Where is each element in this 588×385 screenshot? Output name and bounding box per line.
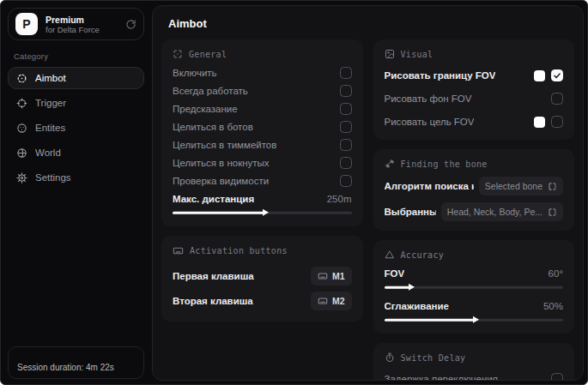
session-duration-card: Session duration: 4m 22s (8, 346, 144, 379)
sidebar-item-settings[interactable]: Settings (8, 166, 144, 189)
plan-title: Premium (45, 15, 118, 25)
fov-slider-label: FOV (385, 268, 405, 280)
switch-delay-checkbox[interactable] (551, 373, 563, 381)
card-header-label: Finding the bone (401, 159, 488, 169)
refresh-icon[interactable] (125, 19, 136, 30)
page-title: Aimbot (153, 6, 583, 39)
always-work-checkbox[interactable] (340, 85, 352, 97)
session-duration-text: Session duration: 4m 22s (17, 363, 114, 372)
app-logo: P (15, 13, 38, 35)
keybind-value: M1 (332, 270, 345, 282)
right-column: Visual Рисовать границу FOV (373, 39, 575, 381)
fov-background-checkbox[interactable] (551, 93, 563, 105)
visual-card: Visual Рисовать границу FOV (373, 39, 575, 140)
fov-background-label: Рисовать фон FOV (385, 93, 472, 105)
slider-thumb[interactable] (409, 284, 415, 291)
left-column: General Включить Всегда работать Предска… (161, 39, 363, 381)
fov-target-label: Рисовать цель FOV (385, 116, 475, 128)
card-header-label: Accuracy (401, 250, 445, 260)
keybind-value: M2 (332, 295, 345, 307)
second-key-label: Вторая клавиша (173, 295, 253, 307)
card-header-label: General (189, 50, 227, 59)
sidebar-item-label: Entites (35, 123, 65, 133)
slider-thumb[interactable] (263, 209, 269, 216)
triangle-icon (385, 250, 395, 260)
stopwatch-icon (385, 352, 395, 363)
main-panel: Aimbot General (152, 5, 584, 381)
selected-value: Selected bone (485, 180, 543, 192)
radar-dots-icon (16, 123, 27, 134)
globe-icon (16, 147, 27, 159)
sidebar-item-entites[interactable]: Entites (8, 117, 144, 139)
category-label: Category (14, 51, 144, 61)
toggle-label: Проверка видимости (173, 175, 269, 187)
accuracy-card: Accuracy FOV 60° (373, 240, 575, 334)
account-card[interactable]: P Premium for Delta Force (8, 8, 144, 40)
smoothing-slider-label: Сглаживание (385, 300, 449, 312)
fov-border-checkbox[interactable] (551, 69, 563, 81)
prediction-checkbox[interactable] (340, 103, 352, 115)
max-distance-label: Макс. дистанция (173, 193, 254, 205)
aim-bots-checkbox[interactable] (340, 121, 352, 133)
bone-card: Finding the bone Алгоритм поиска костей … (373, 149, 575, 231)
crosshair-dashed-icon (16, 73, 27, 84)
check-icon (553, 71, 561, 80)
card-header-label: Switch Delay (401, 353, 466, 363)
card-header-label: Activation buttons (190, 246, 288, 256)
keyboard-icon (318, 271, 328, 281)
first-keybind-button[interactable]: M1 (311, 267, 352, 286)
selected-bones-select[interactable]: Head, Neck, Body, Pe... (441, 202, 563, 221)
aim-knocked-checkbox[interactable] (340, 157, 352, 169)
brackets-icon (548, 208, 557, 217)
gear-icon (16, 172, 27, 183)
card-header-label: Visual (401, 50, 433, 59)
sidebar-item-trigger[interactable]: Trigger (8, 92, 144, 114)
bone-algorithm-label: Алгоритм поиска костей (385, 180, 474, 192)
keyboard-icon (318, 296, 328, 306)
sidebar-item-label: Settings (35, 172, 71, 183)
toggle-label: Целиться в нокнутых (173, 157, 270, 169)
scan-target-icon (173, 49, 183, 59)
toggle-label: Всегда работать (173, 85, 248, 97)
smoothing-slider[interactable] (385, 316, 564, 324)
toggle-label: Целиться в тиммейтов (173, 139, 276, 151)
slider-thumb[interactable] (473, 316, 479, 323)
selected-bones-label: Выбранные кости (385, 206, 436, 218)
sidebar: P Premium for Delta Force Category Aimbo… (1, 1, 151, 384)
brackets-icon (548, 182, 557, 191)
fov-target-checkbox[interactable] (551, 116, 563, 128)
fov-target-color-swatch[interactable] (534, 117, 545, 128)
fov-slider[interactable] (385, 283, 564, 292)
first-key-label: Первая клавиша (173, 270, 254, 282)
smoothing-slider-value: 50% (543, 300, 563, 312)
aim-teammates-checkbox[interactable] (340, 139, 352, 151)
bone-algorithm-select[interactable]: Selected bone (479, 177, 563, 196)
fov-slider-value: 60° (549, 268, 563, 280)
selected-value: Head, Neck, Body, Pe... (447, 206, 543, 218)
image-icon (385, 49, 395, 59)
visibility-check-checkbox[interactable] (340, 175, 352, 187)
max-distance-slider[interactable] (173, 208, 352, 217)
sidebar-item-aimbot[interactable]: Aimbot (8, 67, 144, 89)
bone-icon (385, 159, 395, 169)
sidebar-item-label: Aimbot (35, 73, 66, 83)
second-keybind-button[interactable]: M2 (311, 292, 352, 310)
toggle-label: Включить (173, 67, 217, 79)
switch-delay-card: Switch Delay Задержка переключения Задер… (373, 343, 575, 381)
crosshair-icon (16, 98, 27, 109)
fov-border-label: Рисовать границу FOV (385, 69, 496, 81)
switch-delay-toggle-label: Задержка переключения (385, 373, 498, 381)
toggle-label: Целиться в ботов (173, 121, 253, 133)
keyboard-icon (173, 245, 184, 256)
toggle-label: Предсказание (173, 103, 238, 115)
sidebar-item-label: World (35, 147, 61, 158)
enable-checkbox[interactable] (340, 67, 352, 79)
sidebar-item-world[interactable]: World (8, 141, 144, 164)
app-window: P Premium for Delta Force Category Aimbo… (0, 0, 588, 385)
activation-card: Activation buttons Первая клавиша M1 Вто… (161, 236, 363, 322)
max-distance-value: 250m (327, 193, 352, 205)
general-card: General Включить Всегда работать Предска… (161, 39, 363, 226)
plan-subtitle: for Delta Force (45, 25, 118, 34)
sidebar-item-label: Trigger (35, 98, 66, 108)
fov-border-color-swatch[interactable] (534, 70, 545, 81)
